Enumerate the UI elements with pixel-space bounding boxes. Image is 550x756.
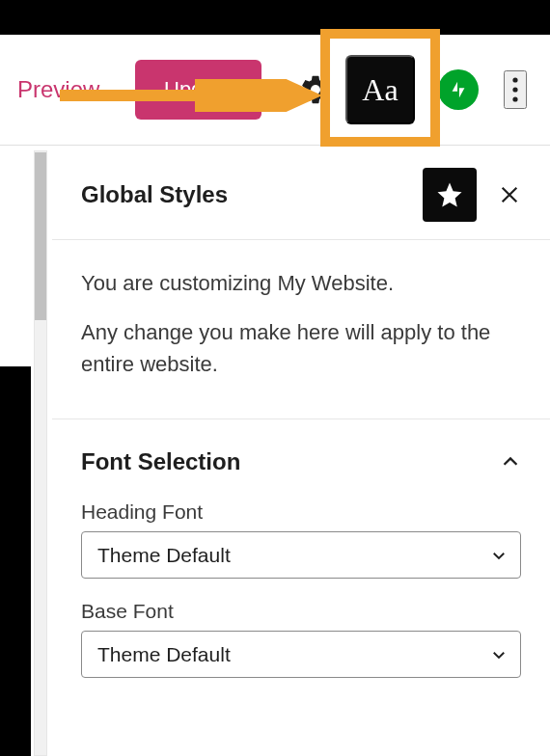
description-line-2: Any change you make here will apply to t… — [81, 316, 521, 380]
base-font-label: Base Font — [81, 600, 521, 623]
top-black-bar — [0, 0, 550, 35]
description-line-1: You are customizing My Website. — [81, 267, 521, 299]
close-icon — [499, 184, 520, 205]
star-icon — [435, 180, 464, 209]
more-options-button[interactable] — [504, 70, 527, 109]
preview-link[interactable]: Preview — [17, 76, 99, 103]
svg-point-2 — [512, 96, 517, 101]
settings-gear-icon[interactable] — [299, 73, 332, 106]
font-selection-section-toggle[interactable]: Font Selection — [52, 419, 550, 500]
global-styles-button[interactable]: Aa — [345, 55, 415, 124]
favorite-button[interactable] — [423, 168, 477, 222]
svg-point-1 — [512, 87, 517, 92]
heading-font-select[interactable]: Theme Default — [81, 531, 521, 579]
global-styles-panel: Global Styles You are customizing My Web… — [52, 150, 550, 756]
panel-description: You are customizing My Website. Any chan… — [52, 240, 550, 419]
heading-font-label: Heading Font — [81, 500, 521, 524]
left-black-bar — [0, 366, 31, 756]
update-button[interactable]: Update — [135, 60, 261, 120]
font-selection-heading: Font Selection — [81, 448, 240, 475]
toolbar-divider — [0, 145, 550, 146]
jetpack-icon[interactable] — [438, 69, 479, 110]
panel-header-actions — [423, 168, 529, 222]
base-font-field: Base Font Theme Default — [52, 600, 550, 699]
panel-scrollbar-thumb[interactable] — [35, 152, 46, 320]
chevron-up-icon — [500, 451, 521, 472]
panel-title: Global Styles — [81, 181, 228, 208]
editor-toolbar: Preview Update Aa — [0, 35, 550, 145]
close-panel-button[interactable] — [490, 176, 529, 214]
panel-header: Global Styles — [52, 150, 550, 240]
base-font-select[interactable]: Theme Default — [81, 631, 521, 678]
svg-point-0 — [512, 77, 517, 82]
heading-font-field: Heading Font Theme Default — [52, 500, 550, 600]
